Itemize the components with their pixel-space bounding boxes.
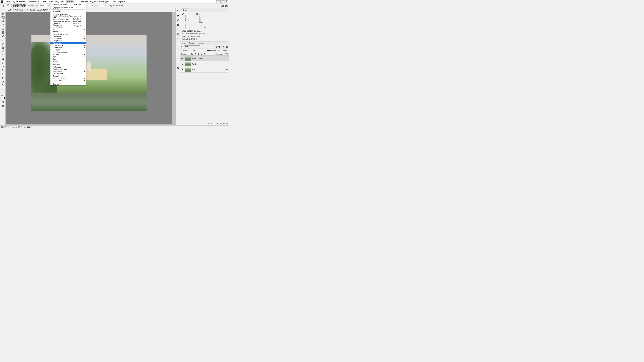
panel-icon-history[interactable] [176, 9, 180, 12]
document-tab[interactable]: EVG08879.ARW @ 16,7% (Слой 1 копия, RGB/… [6, 8, 176, 12]
lock-artboard-icon[interactable] [200, 53, 203, 55]
filter-kind-icon[interactable] [181, 45, 184, 48]
dodge-tool[interactable] [1, 65, 4, 68]
panel-icon-type[interactable]: A [176, 28, 180, 31]
layer-name[interactable]: Слой 1 копия [192, 57, 202, 59]
menu-item-редактирование[interactable]: Редактирование [11, 0, 27, 3]
filter-menu-оформление[interactable]: Оформление▶ [50, 39, 86, 42]
panel-icon-actions[interactable] [176, 14, 180, 17]
filter-smart-icon[interactable] [226, 46, 228, 48]
filter-menu-рендеринг[interactable]: Рендеринг▶ [50, 44, 86, 46]
delete-layer-icon[interactable]: 🗑 [226, 123, 228, 125]
marquee-tool[interactable] [1, 16, 4, 19]
blend-mode-select[interactable]: Обычные [181, 49, 196, 52]
layers-menu-icon[interactable]: ≡ [226, 41, 229, 45]
hand-tool[interactable] [1, 84, 4, 87]
path-select-tool[interactable] [1, 76, 4, 79]
filter-type-icon[interactable]: T [221, 46, 222, 48]
panel-icon-clock[interactable] [176, 47, 180, 50]
panel-icon-adjustments[interactable] [176, 23, 180, 26]
lock-all-icon[interactable] [204, 53, 206, 55]
maximize-button[interactable]: ▢ [220, 0, 224, 3]
panel-icon-r[interactable]: R. [176, 57, 180, 60]
filter-menu-видео[interactable]: Видео▶ [50, 30, 86, 33]
type-tool[interactable] [1, 72, 4, 76]
layer-name[interactable]: Слой 1 [192, 63, 198, 65]
filter-menu-3d[interactable]: 3D▶ [50, 28, 86, 31]
magic-wand-tool[interactable] [1, 23, 4, 27]
filter-pixel-icon[interactable] [216, 46, 218, 48]
filter-menu-коррекция-дисторсии-[interactable]: Коррекция дисторсии...Shift+Ctrl+R [50, 20, 86, 23]
filter-shape-icon[interactable] [223, 46, 225, 48]
shape-tool[interactable] [1, 80, 4, 83]
selection-subtract[interactable] [20, 4, 23, 7]
filter-menu-искажение[interactable]: Искажение▶ [50, 37, 86, 40]
move-tool[interactable] [1, 12, 4, 15]
filter-menu-стилизация[interactable]: Стилизация▶ [50, 46, 86, 49]
status-zoom[interactable]: 16,67% [1, 126, 7, 128]
selection-intersect[interactable] [23, 4, 26, 7]
menu-item-текст[interactable]: Текст [47, 0, 54, 3]
filter-menu-exposure-software[interactable]: Exposure Software▶ [50, 68, 86, 70]
search-icon[interactable] [217, 4, 220, 7]
layer-row[interactable]: Слой 1 копия [180, 56, 229, 61]
screen-mode-icon[interactable] [1, 104, 4, 108]
zoom-tool[interactable] [1, 87, 4, 91]
filter-adjust-icon[interactable] [218, 46, 220, 48]
menu-item-просмотр[interactable]: Просмотр [78, 0, 89, 3]
filter-menu-topaz-labs[interactable]: Topaz Labs▶ [50, 79, 86, 82]
menu-item-изображение[interactable]: Изображение [27, 0, 40, 3]
menu-item-подключаемые модули[interactable]: Подключаемые модули [89, 0, 110, 3]
selection-add[interactable] [16, 4, 20, 7]
menu-item-слои[interactable]: Слои [40, 0, 47, 3]
paths-tab[interactable]: Контуры [196, 41, 205, 45]
filter-menu-другое[interactable]: Другое▶ [50, 60, 86, 62]
menu-item-выделение[interactable]: Выделение [54, 0, 66, 3]
info-panel-tab[interactable]: Инфо [182, 8, 189, 12]
menu-item-файл[interactable]: Файл [4, 0, 11, 3]
panel-icon-sliders[interactable] [176, 67, 180, 70]
menu-item-фильтр[interactable]: Фильтр [66, 0, 74, 3]
panel-icon-paragraph[interactable] [176, 33, 180, 36]
lock-pixels-icon[interactable] [191, 53, 193, 55]
select-and-mask-button[interactable]: Выделение и маска... [107, 4, 126, 7]
close-button[interactable]: ✕ [224, 0, 228, 3]
filter-menu-имитация[interactable]: Имитация▶ [50, 35, 86, 37]
layer-fx-icon[interactable]: fx [211, 123, 212, 125]
blur-tool[interactable] [1, 61, 4, 64]
layer-row[interactable]: Фон [180, 67, 229, 73]
layer-lock-icon[interactable] [226, 69, 228, 71]
filter-menu-преобразовать-для-смарт-фильтров[interactable]: Преобразовать для смарт-фильтров [50, 7, 86, 9]
gradient-tool[interactable] [1, 57, 4, 61]
panel-icon-library[interactable] [176, 38, 180, 40]
minimize-button[interactable]: — [216, 0, 220, 3]
history-brush-tool[interactable] [1, 50, 4, 53]
more-tools[interactable]: ⋯ [1, 91, 4, 95]
filter-menu-штрихи[interactable]: Штрихи▶ [50, 53, 86, 56]
filter-menu-imagenomic[interactable]: Imagenomic▶ [50, 70, 86, 73]
filter-menu-шум[interactable]: Шум▶ [50, 56, 86, 58]
filter-menu-skylum-software[interactable]: Skylum Software▶ [50, 77, 86, 79]
filter-menu-размытие[interactable]: Размытие▶ [50, 42, 86, 44]
lock-brush-icon[interactable] [194, 53, 196, 55]
channels-tab[interactable]: Каналы [187, 41, 196, 45]
feather-input[interactable] [39, 4, 47, 7]
menu-item-окно[interactable]: Окно [110, 0, 117, 3]
filter-menu-текстура[interactable]: Текстура▶ [50, 49, 86, 51]
layer-mask-icon[interactable]: ◻ [214, 123, 216, 125]
filter-menu-усиление-резкости[interactable]: Усиление резкости▶ [50, 51, 86, 53]
filter-menu-исправление-перспективы-[interactable]: Исправление перспективы...Alt+Ctrl+V [50, 25, 86, 27]
healing-tool[interactable] [1, 38, 4, 42]
layer-visibility-icon[interactable] [181, 63, 184, 65]
fill-value[interactable]: 100% [224, 53, 228, 55]
layer-visibility-icon[interactable] [181, 69, 184, 71]
document-tab-close[interactable]: × [49, 9, 50, 11]
eraser-tool[interactable] [1, 53, 4, 57]
filter-menu-фильтр-camera-raw-[interactable]: Фильтр Camera Raw...Shift+Ctrl+A [50, 18, 86, 20]
frame-tool[interactable] [1, 31, 4, 34]
filter-kind-select[interactable]: Вид [184, 45, 200, 48]
layers-tab[interactable]: Слои [180, 41, 187, 45]
layer-visibility-icon[interactable] [181, 57, 184, 59]
link-layers-icon[interactable]: ⚭ [208, 123, 210, 125]
filter-menu-эскиз[interactable]: Эскиз▶ [50, 58, 86, 60]
